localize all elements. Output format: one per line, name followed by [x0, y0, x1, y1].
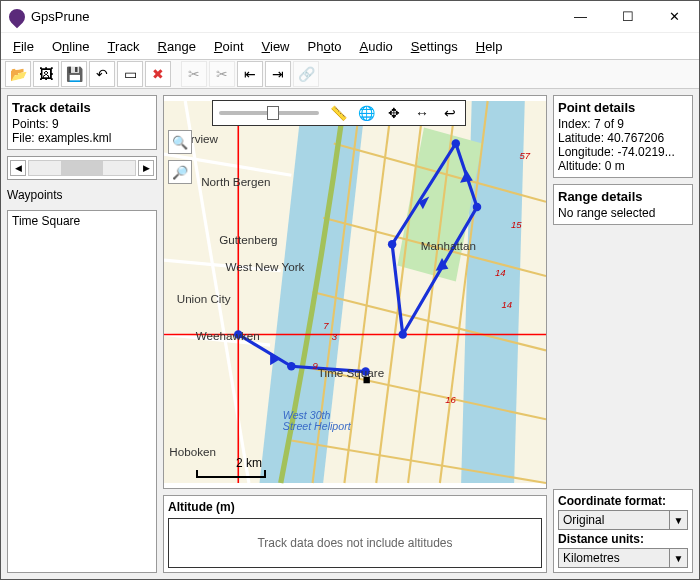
map-canvas[interactable]: Cliffside Park Fairview North Bergen Gut… — [164, 96, 546, 488]
scroll-track[interactable] — [28, 160, 136, 176]
range-start-icon: ⇤ — [244, 66, 256, 82]
save-button[interactable]: 💾 — [61, 61, 87, 87]
move-icon[interactable]: ✥ — [385, 104, 403, 122]
range-message: No range selected — [558, 206, 688, 220]
globe-icon[interactable]: 🌐 — [357, 104, 375, 122]
menu-settings[interactable]: Settings — [403, 37, 466, 56]
scale-bar: 2 km — [196, 456, 266, 478]
edit-point-button[interactable]: ▭ — [117, 61, 143, 87]
link-icon: 🔗 — [298, 66, 315, 82]
scroll-thumb[interactable] — [61, 161, 103, 175]
menu-view[interactable]: View — [254, 37, 298, 56]
chevron-down-icon: ▼ — [669, 511, 687, 529]
svg-text:3: 3 — [332, 331, 338, 342]
distance-units-select[interactable]: Kilometres ▼ — [558, 548, 688, 568]
svg-text:14: 14 — [495, 267, 506, 278]
menu-audio[interactable]: Audio — [352, 37, 401, 56]
scroll-left-icon[interactable]: ◀ — [10, 160, 26, 176]
distance-units-label: Distance units: — [558, 532, 688, 546]
svg-text:14: 14 — [501, 299, 512, 310]
save-icon: 💾 — [66, 66, 83, 82]
share-icon[interactable]: ↔ — [413, 104, 431, 122]
zoom-out-button[interactable]: 🔎 — [168, 160, 192, 184]
menu-help[interactable]: Help — [468, 37, 511, 56]
svg-text:9: 9 — [313, 360, 319, 371]
add-photo-button[interactable]: 🖼 — [33, 61, 59, 87]
range-details-panel: Range details No range selected — [553, 184, 693, 225]
coord-format-select[interactable]: Original ▼ — [558, 510, 688, 530]
menu-range[interactable]: Range — [150, 37, 204, 56]
scroll-right-icon[interactable]: ▶ — [138, 160, 154, 176]
ruler-icon[interactable]: 📏 — [329, 104, 347, 122]
map-label: Weehawken — [196, 329, 260, 342]
menu-track[interactable]: Track — [100, 37, 148, 56]
slider-knob[interactable] — [267, 106, 279, 120]
back-icon[interactable]: ↩ — [441, 104, 459, 122]
range-end-icon: ⇥ — [272, 66, 284, 82]
altitude-panel: Altitude (m) Track data does not include… — [163, 495, 547, 573]
map-toolbar: 📏 🌐 ✥ ↔ ↩ — [212, 100, 466, 126]
range-details-heading: Range details — [558, 189, 688, 204]
svg-text:16: 16 — [445, 394, 456, 405]
left-column: Track details Points: 9 File: examples.k… — [7, 95, 157, 573]
point-details-panel: Point details Index: 7 of 9 Latitude: 40… — [553, 95, 693, 178]
range-start-button[interactable]: ⇤ — [237, 61, 263, 87]
delete-icon: ✖ — [152, 66, 164, 82]
minimize-button[interactable]: — — [558, 3, 603, 31]
svg-point-18 — [287, 362, 295, 370]
picture-icon: 🖼 — [39, 66, 53, 82]
menubar: File Online Track Range Point View Photo… — [1, 33, 699, 59]
range-end-button[interactable]: ⇥ — [265, 61, 291, 87]
delete-range-button: ✂ — [209, 61, 235, 87]
zoom-slider[interactable] — [219, 111, 319, 115]
track-details-panel: Track details Points: 9 File: examples.k… — [7, 95, 157, 150]
toolbar: 📂 🖼 💾 ↶ ▭ ✖ ✂ ✂ ⇤ ⇥ 🔗 — [1, 59, 699, 89]
map-label: Union City — [177, 292, 231, 305]
coord-format-value: Original — [559, 513, 669, 527]
map-label: Guttenberg — [219, 233, 277, 246]
point-lat: Latitude: 40.767206 — [558, 131, 688, 145]
svg-point-20 — [399, 330, 407, 338]
delete-point-button[interactable]: ✖ — [145, 61, 171, 87]
zoom-in-button[interactable]: 🔍 — [168, 130, 192, 154]
connect-button: 🔗 — [293, 61, 319, 87]
svg-text:57: 57 — [519, 150, 530, 161]
point-lon: Longitude: -74.0219... — [558, 145, 688, 159]
list-item[interactable]: Time Square — [10, 213, 154, 229]
window-controls: — ☐ ✕ — [558, 3, 697, 31]
svg-point-22 — [452, 139, 460, 147]
cut-button: ✂ — [181, 61, 207, 87]
chevron-down-icon: ▼ — [669, 549, 687, 567]
track-points: Points: 9 — [12, 117, 152, 131]
map-view[interactable]: Cliffside Park Fairview North Bergen Gut… — [163, 95, 547, 489]
distance-units-value: Kilometres — [559, 551, 669, 565]
right-column: Point details Index: 7 of 9 Latitude: 40… — [553, 95, 693, 573]
coord-format-label: Coordinate format: — [558, 494, 688, 508]
undo-icon: ↶ — [96, 66, 108, 82]
waypoints-list[interactable]: Time Square — [7, 210, 157, 573]
point-alt: Altitude: 0 m — [558, 159, 688, 173]
app-icon — [6, 5, 29, 28]
center-column: Cliffside Park Fairview North Bergen Gut… — [163, 95, 547, 573]
map-label: North Bergen — [201, 175, 270, 188]
open-button[interactable]: 📂 — [5, 61, 31, 87]
menu-photo[interactable]: Photo — [300, 37, 350, 56]
svg-point-21 — [473, 203, 481, 211]
cut-icon: ✂ — [188, 66, 200, 82]
map-label: Manhattan — [421, 239, 476, 252]
altitude-heading: Altitude (m) — [168, 500, 542, 514]
undo-button[interactable]: ↶ — [89, 61, 115, 87]
zoom-controls: 🔍 🔎 — [168, 130, 192, 184]
maximize-button[interactable]: ☐ — [605, 3, 650, 31]
svg-text:7: 7 — [323, 320, 329, 331]
track-scrollbar[interactable]: ◀ ▶ — [7, 156, 157, 180]
scale-label: 2 km — [196, 456, 262, 470]
track-file: File: examples.kml — [12, 131, 152, 145]
close-button[interactable]: ✕ — [652, 3, 697, 31]
titlebar: GpsPrune — ☐ ✕ — [1, 1, 699, 33]
map-label-waypoint: Time Square — [318, 366, 384, 379]
menu-point[interactable]: Point — [206, 37, 252, 56]
svg-text:15: 15 — [511, 219, 522, 230]
menu-online[interactable]: Online — [44, 37, 98, 56]
menu-file[interactable]: File — [5, 37, 42, 56]
